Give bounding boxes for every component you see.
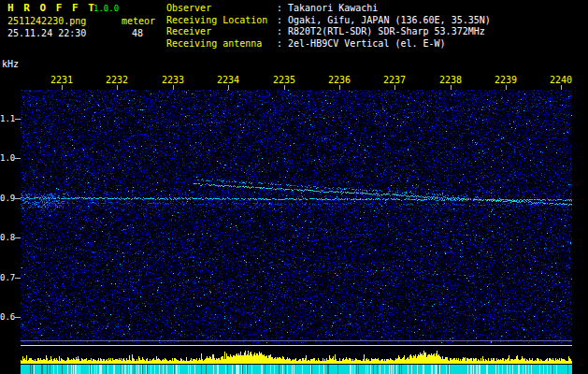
time-tick-label: 2234 — [214, 75, 242, 85]
freq-tick-label: 0.8 — [0, 233, 15, 242]
spectrogram-canvas — [21, 90, 572, 374]
observation-datetime: 25.11.24 22:30 — [7, 28, 86, 38]
time-tick-label: 2231 — [48, 75, 76, 85]
info-label-observer: Observer — [166, 3, 211, 13]
info-value-location: : Ogaki, Gifu, JAPAN (136.60E, 35.35N) — [277, 15, 491, 25]
time-tick-label: 2232 — [103, 75, 131, 85]
time-tick-label: 2236 — [325, 75, 353, 85]
freq-unit-label: kHz — [2, 59, 19, 69]
freq-tick-label: 1.1 — [0, 114, 15, 123]
info-value-observer: : Takanori Kawachi — [277, 3, 378, 13]
app-title: H R O F F T — [7, 2, 96, 14]
output-filename: 2511242230.png — [7, 16, 86, 26]
info-label-antenna: Receiving antenna — [166, 38, 262, 49]
time-tick-label: 2235 — [270, 75, 298, 85]
freq-tick-label: 0.6 — [0, 312, 15, 322]
time-tick-label: 2238 — [437, 75, 465, 85]
info-value-receiver: : R820T2(RTL-SDR) SDR-Sharp 53.372MHz — [277, 26, 485, 36]
time-tick-label: 2239 — [492, 75, 520, 85]
info-value-antenna: : 2el-HB9CV Vertical (el. E-W) — [277, 38, 446, 49]
hrofft-screen: H R O F F T 1.0.0 2511242230.png meteor … — [0, 0, 588, 374]
echo-count: 48 — [132, 28, 143, 38]
freq-tick-label: 0.7 — [0, 273, 15, 282]
time-tick-label: 2237 — [380, 75, 409, 85]
freq-tick-label: 1.0 — [0, 153, 15, 163]
info-label-receiver: Receiver — [166, 26, 211, 36]
time-tick-label: 2240 — [547, 75, 575, 85]
mode-label: meteor — [122, 16, 155, 26]
freq-tick-label: 0.9 — [0, 194, 15, 203]
app-version: 1.0.0 — [93, 4, 119, 13]
info-label-location: Receiving Location — [166, 15, 267, 25]
time-tick-label: 2233 — [159, 75, 187, 85]
